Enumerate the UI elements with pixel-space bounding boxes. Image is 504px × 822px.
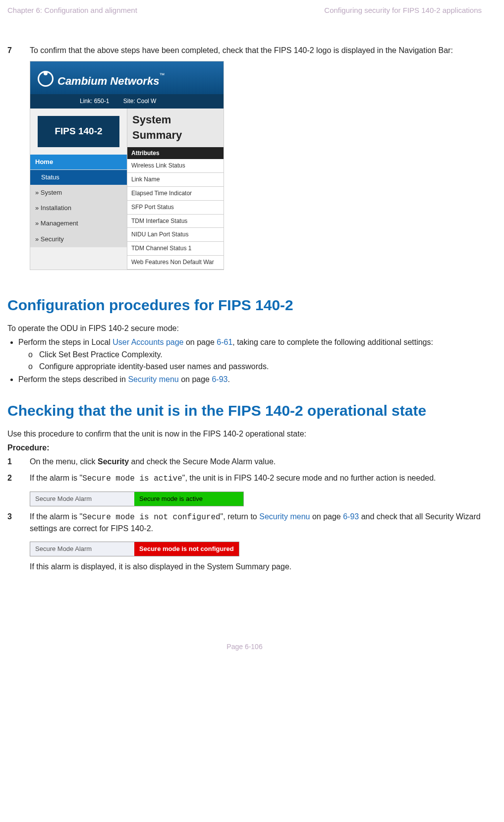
brand-text: Cambium Networks (57, 75, 159, 87)
attributes-header: Attributes (127, 147, 224, 160)
alarm-active-screenshot: Secure Mode Alarm Secure mode is active (30, 492, 244, 506)
section-heading-check: Checking that the unit is in the FIPS 14… (7, 400, 482, 421)
link-label: Link: 650-1 (80, 98, 109, 105)
page-ref-link[interactable]: 6-93 (212, 375, 227, 384)
nav-sidebar: FIPS 140-2 Home Status » System » Instal… (30, 109, 127, 270)
page-footer: Page 6-106 (7, 642, 482, 652)
site-label: Site: Cool W (123, 98, 157, 105)
menu-installation[interactable]: » Installation (30, 201, 127, 216)
security-menu-link[interactable]: Security menu (128, 375, 178, 384)
menu-security[interactable]: » Security (30, 232, 127, 247)
bullet-item: Perform the steps in Local User Accounts… (18, 337, 482, 372)
procedure-step-2: 2 If the alarm is "Secure mode is active… (7, 473, 482, 484)
attr-row: Link Name (127, 173, 224, 187)
navbar-screenshot: Cambium Networks™ Link: 650-1 Site: Cool… (30, 61, 224, 270)
step-number: 1 (7, 456, 30, 467)
brand-banner: Cambium Networks™ (30, 61, 224, 94)
procedure-step-1: 1 On the menu, click Security and check … (7, 456, 482, 467)
fips-badge: FIPS 140-2 (38, 116, 119, 147)
section-heading-config: Configuration procedures for FIPS 140-2 (7, 295, 482, 316)
attr-row: Web Features Non Default War (127, 256, 224, 270)
alarm-notconfigured-screenshot: Secure Mode Alarm Secure mode is not con… (30, 542, 239, 556)
step-7: 7 To confirm that the above steps have b… (7, 45, 482, 56)
cambium-logo-icon (38, 71, 54, 87)
procedure-step-3: 3 If the alarm is "Secure mode is not co… (7, 511, 482, 534)
alarm-value-notconfigured: Secure mode is not configured (134, 542, 239, 556)
bullet-list: Perform the steps in Local User Accounts… (7, 337, 482, 385)
code-text: Secure mode is not configured (82, 513, 220, 522)
attr-row: SFP Port Status (127, 201, 224, 215)
alarm-label: Secure Mode Alarm (30, 492, 134, 506)
attr-row: NIDU Lan Port Status (127, 228, 224, 242)
intro-text: Use this procedure to confirm that the u… (7, 429, 482, 439)
menu-status[interactable]: Status (30, 170, 127, 185)
attr-row: TDM Interface Status (127, 215, 224, 228)
attr-row: Elapsed Time Indicator (127, 187, 224, 201)
sub-item: Click Set Best Practice Complexity. (28, 349, 482, 360)
security-bold: Security (98, 457, 129, 466)
procedure-label: Procedure: (7, 442, 482, 453)
link-site-bar: Link: 650-1 Site: Cool W (30, 94, 224, 109)
alarm-label: Secure Mode Alarm (30, 542, 134, 556)
menu-home[interactable]: Home (30, 155, 127, 170)
nav-menu: Home Status » System » Installation » Ma… (30, 155, 127, 247)
code-text: Secure mode is active (82, 474, 182, 483)
header-right: Configuring security for FIPS 140-2 appl… (324, 5, 482, 15)
system-summary-title: System Summary (127, 109, 224, 147)
attr-row: TDM Channel Status 1 (127, 242, 224, 256)
sub-item: Configure appropriate identity-based use… (28, 361, 482, 372)
step-number: 7 (7, 45, 30, 56)
page-ref-link[interactable]: 6-93 (343, 512, 359, 521)
menu-system[interactable]: » System (30, 185, 127, 201)
security-menu-link[interactable]: Security menu (259, 512, 310, 521)
step-text: If the alarm is "Secure mode is not conf… (30, 511, 482, 534)
step-text: If the alarm is "Secure mode is active",… (30, 473, 482, 484)
bullet-item: Perform the steps described in Security … (18, 374, 482, 385)
menu-management[interactable]: » Management (30, 216, 127, 231)
page-header: Chapter 6: Configuration and alignment C… (7, 5, 482, 15)
step-number: 2 (7, 473, 30, 484)
intro-text: To operate the ODU in FIPS 140-2 secure … (7, 323, 482, 334)
page-ref-link[interactable]: 6-61 (217, 338, 232, 346)
alarm-value-active: Secure mode is active (134, 492, 243, 506)
header-left: Chapter 6: Configuration and alignment (7, 5, 137, 15)
attr-row: Wireless Link Status (127, 159, 224, 173)
step-text: To confirm that the above steps have bee… (30, 45, 482, 56)
content-panel: System Summary Attributes Wireless Link … (127, 109, 224, 270)
user-accounts-link[interactable]: User Accounts page (112, 338, 183, 346)
sub-list: Click Set Best Practice Complexity. Conf… (18, 349, 482, 373)
step-number: 3 (7, 511, 30, 534)
tail-note: If this alarm is displayed, it is also d… (30, 561, 482, 572)
step-text: On the menu, click Security and check th… (30, 456, 482, 467)
